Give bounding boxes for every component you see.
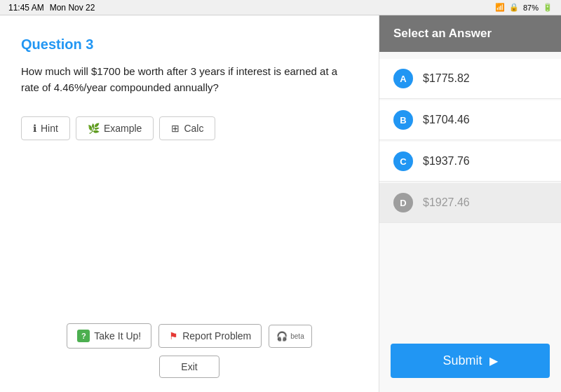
option-b-circle: B — [393, 110, 413, 130]
option-c-circle: C — [393, 151, 413, 171]
option-b[interactable]: B $1704.46 — [379, 100, 561, 140]
submit-label: Submit — [442, 353, 482, 368]
option-a[interactable]: A $1775.82 — [379, 59, 561, 99]
hint-button[interactable]: ℹ Hint — [21, 116, 70, 140]
option-b-value: $1704.46 — [423, 114, 470, 126]
wifi-icon: 📶 — [495, 3, 505, 12]
calc-button[interactable]: ⊞ Calc — [159, 116, 215, 140]
button-group: ℹ Hint 🌿 Example ⊞ Calc — [21, 116, 358, 140]
hint-icon: ℹ — [33, 123, 36, 134]
question-title: Question 3 — [21, 36, 358, 53]
example-label: Example — [104, 123, 142, 134]
main-container: Question 3 How much will $1700 be worth … — [0, 15, 561, 392]
answer-options: A $1775.82 B $1704.46 C $1937.76 D $1927… — [379, 52, 561, 332]
submit-arrow-icon: ▶ — [489, 354, 498, 367]
option-c[interactable]: C $1937.76 — [379, 142, 561, 182]
option-d-value: $1927.46 — [423, 196, 470, 209]
report-problem-button[interactable]: ⚑ Report Problem — [158, 324, 262, 348]
bottom-actions: ? Take It Up! ⚑ Report Problem 🎧 beta — [67, 323, 311, 349]
hint-label: Hint — [41, 123, 58, 134]
left-panel: Question 3 How much will $1700 be worth … — [0, 15, 379, 392]
question-text: How much will $1700 be worth after 3 yea… — [21, 64, 358, 95]
right-panel: Select an Answer A $1775.82 B $1704.46 C… — [379, 15, 561, 392]
exit-button[interactable]: Exit — [159, 356, 219, 378]
beta-button[interactable]: 🎧 beta — [269, 325, 311, 348]
time: 11:45 AM — [8, 3, 44, 13]
flag-icon: ⚑ — [169, 330, 178, 342]
lock-icon: 🔒 — [509, 3, 519, 12]
bottom-bar: ? Take It Up! ⚑ Report Problem 🎧 beta Ex… — [0, 323, 379, 378]
option-d[interactable]: D $1927.46 — [379, 183, 561, 223]
beta-label: beta — [290, 332, 304, 340]
calc-icon: ⊞ — [171, 123, 180, 134]
calc-label: Calc — [184, 123, 203, 134]
option-d-circle: D — [393, 193, 413, 212]
take-it-up-label: Take It Up! — [94, 330, 141, 342]
option-a-value: $1775.82 — [423, 72, 470, 85]
battery-icon: 🔋 — [543, 3, 553, 12]
date: Mon Nov 22 — [50, 3, 95, 13]
battery-text: 87% — [523, 4, 539, 12]
report-problem-label: Report Problem — [182, 330, 251, 342]
option-c-value: $1937.76 — [423, 155, 470, 168]
example-button[interactable]: 🌿 Example — [76, 116, 154, 140]
option-a-circle: A — [393, 69, 413, 88]
submit-button[interactable]: Submit ▶ — [391, 344, 550, 378]
exit-label: Exit — [181, 361, 197, 372]
take-it-up-button[interactable]: ? Take It Up! — [67, 323, 151, 349]
answer-header: Select an Answer — [379, 15, 561, 52]
example-icon: 🌿 — [88, 123, 100, 134]
status-bar: 11:45 AM Mon Nov 22 📶 🔒 87% 🔋 — [0, 0, 561, 15]
headphone-icon: 🎧 — [276, 331, 288, 342]
take-it-up-icon: ? — [77, 330, 90, 342]
submit-area: Submit ▶ — [379, 332, 561, 392]
